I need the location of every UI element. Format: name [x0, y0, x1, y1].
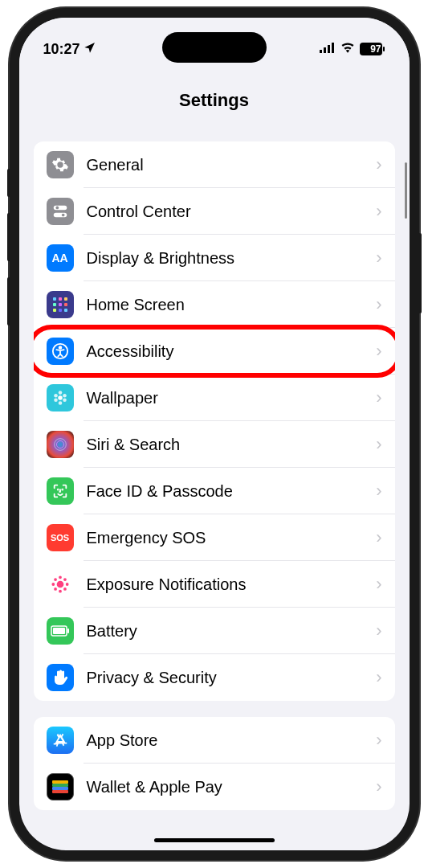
svg-point-35: [52, 583, 54, 585]
svg-rect-16: [53, 309, 56, 312]
svg-rect-11: [59, 297, 62, 301]
chevron-right-icon: ›: [376, 434, 381, 455]
row-display[interactable]: AA Display & Brightness ›: [34, 235, 395, 281]
scroll-indicator[interactable]: [405, 162, 407, 219]
accessibility-icon: [47, 338, 74, 365]
row-wallet[interactable]: Wallet & Apple Pay ›: [34, 764, 395, 810]
chevron-right-icon: ›: [376, 667, 381, 688]
chevron-right-icon: ›: [376, 294, 381, 315]
svg-rect-2: [328, 45, 330, 53]
row-label: Home Screen: [87, 296, 377, 314]
grid-icon: [47, 291, 74, 318]
siri-icon: [47, 431, 74, 458]
row-privacy[interactable]: Privacy & Security ›: [34, 654, 395, 701]
svg-rect-14: [59, 303, 62, 306]
svg-point-22: [58, 391, 62, 395]
svg-point-26: [54, 398, 58, 402]
screen: 10:27 97 Settings: [19, 18, 410, 850]
hand-icon: [47, 664, 74, 691]
svg-point-24: [63, 398, 67, 402]
row-label: Emergency SOS: [87, 529, 377, 547]
row-general[interactable]: General ›: [34, 141, 395, 188]
home-indicator[interactable]: [154, 838, 275, 842]
svg-point-40: [63, 588, 65, 590]
status-right: 97: [320, 42, 385, 56]
svg-point-34: [59, 591, 60, 592]
row-home-screen[interactable]: Home Screen ›: [34, 281, 395, 328]
svg-point-25: [58, 401, 62, 405]
row-label: App Store: [87, 731, 377, 750]
content-scroll[interactable]: General › Control Center › AA Display & …: [19, 125, 410, 850]
switches-icon: [47, 198, 74, 225]
text-size-icon: AA: [47, 244, 74, 272]
row-label: Wallet & Apple Pay: [87, 778, 377, 796]
row-siri[interactable]: Siri & Search ›: [34, 421, 395, 468]
svg-rect-47: [52, 790, 68, 793]
row-label: Accessibility: [87, 342, 377, 361]
row-label: Wallpaper: [87, 389, 377, 407]
chevron-right-icon: ›: [376, 341, 381, 362]
row-appstore[interactable]: App Store ›: [34, 717, 395, 764]
svg-point-28: [54, 439, 66, 451]
chevron-right-icon: ›: [376, 387, 381, 408]
row-exposure[interactable]: Exposure Notifications ›: [34, 561, 395, 608]
wifi-icon: [340, 42, 355, 56]
chevron-right-icon: ›: [376, 201, 381, 222]
face-icon: [47, 477, 74, 505]
row-sos[interactable]: SOS Emergency SOS ›: [34, 514, 395, 561]
sos-icon: SOS: [47, 524, 74, 551]
svg-rect-5: [383, 47, 385, 51]
chevron-right-icon: ›: [376, 620, 381, 641]
cellular-icon: [320, 42, 336, 56]
svg-rect-0: [320, 50, 322, 53]
svg-rect-13: [53, 303, 56, 306]
row-faceid[interactable]: Face ID & Passcode ›: [34, 468, 395, 514]
svg-point-21: [58, 395, 63, 400]
svg-rect-10: [53, 297, 56, 301]
row-label: Exposure Notifications: [87, 575, 377, 594]
svg-point-20: [59, 346, 61, 349]
svg-point-37: [54, 579, 55, 580]
svg-point-27: [54, 394, 58, 398]
battery-icon: 97: [360, 43, 385, 55]
settings-section-1: App Store › Wallet & Apple Pay ›: [34, 717, 395, 810]
page-title: Settings: [19, 90, 410, 111]
svg-rect-15: [64, 303, 67, 306]
svg-point-23: [63, 394, 67, 398]
row-label: Siri & Search: [87, 436, 377, 454]
svg-rect-3: [332, 43, 334, 53]
header: Settings: [19, 66, 410, 125]
chevron-right-icon: ›: [376, 481, 381, 502]
row-wallpaper[interactable]: Wallpaper ›: [34, 375, 395, 421]
svg-rect-43: [67, 628, 69, 633]
chevron-right-icon: ›: [376, 154, 381, 175]
svg-rect-44: [52, 780, 68, 784]
svg-point-32: [56, 581, 63, 588]
svg-rect-1: [324, 47, 326, 53]
status-left: 10:27: [43, 41, 96, 58]
svg-point-38: [63, 579, 65, 580]
exposure-icon: [47, 571, 74, 598]
svg-rect-6: [53, 206, 67, 210]
svg-rect-17: [59, 309, 62, 312]
svg-rect-18: [64, 309, 67, 312]
row-accessibility[interactable]: Accessibility ›: [34, 328, 395, 375]
row-label: Privacy & Security: [87, 669, 377, 687]
row-label: Control Center: [87, 203, 377, 221]
svg-point-39: [54, 588, 55, 590]
row-battery[interactable]: Battery ›: [34, 608, 395, 654]
svg-rect-42: [53, 628, 65, 634]
row-control-center[interactable]: Control Center ›: [34, 188, 395, 235]
row-label: Display & Brightness: [87, 249, 377, 268]
chevron-right-icon: ›: [376, 248, 381, 268]
svg-point-9: [61, 214, 64, 217]
chevron-right-icon: ›: [376, 574, 381, 595]
dynamic-island: [162, 32, 267, 63]
flower-icon: [47, 384, 74, 411]
wallet-icon: [47, 773, 74, 800]
chevron-right-icon: ›: [376, 776, 381, 797]
settings-section-0: General › Control Center › AA Display & …: [34, 141, 395, 701]
row-label: Battery: [87, 622, 377, 641]
chevron-right-icon: ›: [376, 730, 381, 751]
svg-point-30: [57, 489, 58, 490]
